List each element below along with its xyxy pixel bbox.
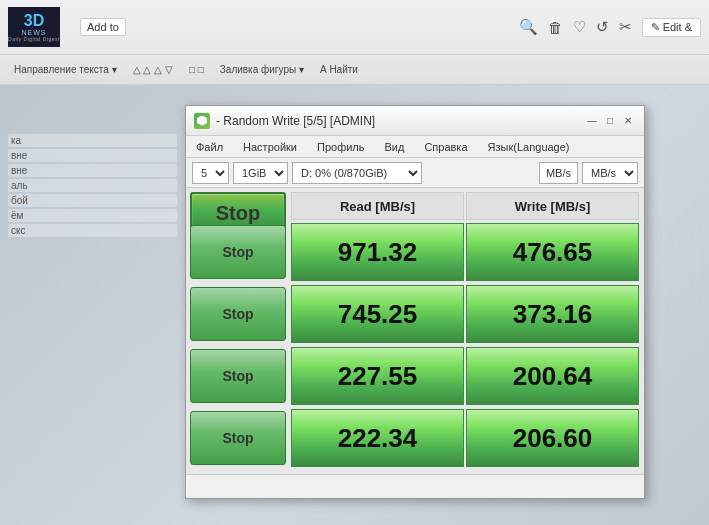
ribbon-find[interactable]: А Найти [314, 62, 364, 77]
close-button[interactable]: ✕ [620, 113, 636, 129]
menu-language[interactable]: Язык(Language) [484, 139, 574, 155]
menu-profile[interactable]: Профиль [313, 139, 369, 155]
stop-button-0[interactable]: Stop [190, 225, 286, 279]
logo-area: 3D NEWS Daily Digital Digest [8, 7, 60, 47]
read-value-2: 227.55 [291, 347, 464, 405]
write-header: Write [MB/s] [466, 192, 639, 220]
maximize-button[interactable]: □ [602, 113, 618, 129]
read-value-0: 971.32 [291, 223, 464, 281]
data-row-3: Stop 222.34 206.60 [190, 408, 640, 468]
big-stop-cell: Stop [190, 192, 290, 220]
ribbon-text-direction[interactable]: Направление текста ▾ [8, 62, 123, 77]
data-cells-0: 971.32 476.65 [290, 223, 640, 281]
search-icon[interactable]: 🔍 [519, 18, 538, 36]
ribbon-shapes[interactable]: △ △ △ ▽ [127, 62, 179, 77]
cdm-bottom-bar [186, 474, 644, 498]
left-label-6: скс [8, 224, 177, 237]
data-cells-2: 227.55 200.64 [290, 347, 640, 405]
cdm-toolbar: 5 1GiB D: 0% (0/870GiB) MB/s MB/s [186, 158, 644, 188]
trash-icon[interactable]: 🗑 [548, 19, 563, 36]
size-select[interactable]: 1GiB [233, 162, 288, 184]
minimize-button[interactable]: — [584, 113, 600, 129]
left-label-4: бой [8, 194, 177, 207]
crop-icon[interactable]: ✂ [619, 18, 632, 36]
logo-news-text: NEWS [22, 29, 47, 36]
toolbar-row2: Направление текста ▾ △ △ △ ▽ □ □ Заливка… [0, 55, 709, 85]
read-header: Read [MB/s] [291, 192, 464, 220]
top-right-icons: 🔍 🗑 ♡ ↺ ✂ ✎ Edit & [519, 18, 701, 37]
cdm-app-icon [194, 113, 210, 129]
data-cells-1: 745.25 373.16 [290, 285, 640, 343]
stop-cell-2: Stop [190, 347, 290, 405]
data-row-1: Stop 745.25 373.16 [190, 284, 640, 344]
cdm-header-cells: Read [MB/s] Write [MB/s] [290, 192, 640, 220]
read-value-1: 745.25 [291, 285, 464, 343]
count-select[interactable]: 5 [192, 162, 229, 184]
write-value-3: 206.60 [466, 409, 639, 467]
stop-button-2[interactable]: Stop [190, 349, 286, 403]
data-row-2: Stop 227.55 200.64 [190, 346, 640, 406]
cdm-titlebar: - Random Write [5/5] [ADMIN] — □ ✕ [186, 106, 644, 136]
cdm-menubar: Файл Настройки Профиль Вид Справка Язык(… [186, 136, 644, 158]
menu-help[interactable]: Справка [420, 139, 471, 155]
write-value-0: 476.65 [466, 223, 639, 281]
data-row-0: Stop 971.32 476.65 [190, 222, 640, 282]
menu-settings[interactable]: Настройки [239, 139, 301, 155]
add-to-button[interactable]: Add to [80, 18, 126, 36]
unit-display: MB/s [539, 162, 578, 184]
ribbon-fill[interactable]: Заливка фигуры ▾ [214, 62, 310, 77]
ribbon-items: Направление текста ▾ △ △ △ ▽ □ □ Заливка… [8, 62, 364, 77]
stop-button-1[interactable]: Stop [190, 287, 286, 341]
left-label-1: вне [8, 149, 177, 162]
cdm-window-controls: — □ ✕ [584, 113, 636, 129]
toolbar-icons: Add to [80, 18, 126, 36]
left-label-0: ка [8, 134, 177, 147]
left-label-5: ём [8, 209, 177, 222]
logo-box: 3D NEWS Daily Digital Digest [8, 7, 60, 47]
cdm-content: Stop Read [MB/s] Write [MB/s] Stop 971.3… [186, 188, 644, 474]
heart-icon[interactable]: ♡ [573, 18, 586, 36]
refresh-icon[interactable]: ↺ [596, 18, 609, 36]
left-label-2: вне [8, 164, 177, 177]
write-value-1: 373.16 [466, 285, 639, 343]
left-labels: ка вне вне аль бой ём скс [0, 130, 185, 241]
menu-file[interactable]: Файл [192, 139, 227, 155]
read-value-3: 222.34 [291, 409, 464, 467]
logo-3d-text: 3D [24, 13, 44, 29]
drive-select[interactable]: D: 0% (0/870GiB) [292, 162, 422, 184]
cdm-window: - Random Write [5/5] [ADMIN] — □ ✕ Файл … [185, 105, 645, 499]
data-cells-3: 222.34 206.60 [290, 409, 640, 467]
left-label-3: аль [8, 179, 177, 192]
unit-select[interactable]: MB/s [582, 162, 638, 184]
write-value-2: 200.64 [466, 347, 639, 405]
stop-button-3[interactable]: Stop [190, 411, 286, 465]
edit-button[interactable]: ✎ Edit & [642, 18, 701, 37]
logo-subtitle-text: Daily Digital Digest [8, 36, 60, 42]
stop-cell-1: Stop [190, 285, 290, 343]
stop-cell-0: Stop [190, 223, 290, 281]
stop-cell-3: Stop [190, 409, 290, 467]
cdm-title: - Random Write [5/5] [ADMIN] [216, 114, 578, 128]
cdm-header-row: Stop Read [MB/s] Write [MB/s] [190, 192, 640, 220]
ribbon-squares[interactable]: □ □ [183, 62, 210, 77]
cdm-icon-inner [197, 116, 207, 126]
menu-view[interactable]: Вид [380, 139, 408, 155]
top-toolbar: 3D NEWS Daily Digital Digest Add to 🔍 🗑 … [0, 0, 709, 55]
